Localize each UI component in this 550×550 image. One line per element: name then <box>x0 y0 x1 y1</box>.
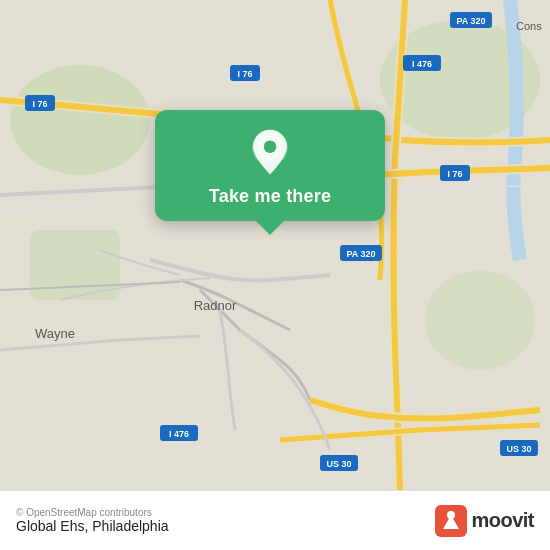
svg-text:PA 320: PA 320 <box>346 249 375 259</box>
svg-rect-5 <box>25 95 55 111</box>
copyright-text: © OpenStreetMap contributors <box>16 507 169 518</box>
map-container: I 76 I 76 I 476 PA 320 PA 320 I 76 I 476 <box>0 0 550 490</box>
moovit-logo-icon <box>435 505 467 537</box>
svg-text:Radnor: Radnor <box>194 298 237 313</box>
svg-rect-13 <box>340 245 382 261</box>
svg-text:US 30: US 30 <box>326 459 351 469</box>
svg-rect-17 <box>160 425 198 441</box>
svg-rect-0 <box>0 0 550 490</box>
location-pin-icon <box>245 128 295 178</box>
svg-text:I 476: I 476 <box>412 59 432 69</box>
take-me-there-button[interactable]: Take me there <box>209 186 331 207</box>
svg-point-3 <box>425 270 535 370</box>
svg-text:I 476: I 476 <box>169 429 189 439</box>
moovit-text: moovit <box>471 509 534 532</box>
moovit-logo: moovit <box>435 505 534 537</box>
svg-rect-19 <box>320 455 358 471</box>
svg-text:I 76: I 76 <box>237 69 252 79</box>
location-name: Global Ehs, Philadelphia <box>16 518 169 534</box>
svg-text:US 30: US 30 <box>506 444 531 454</box>
svg-text:I 76: I 76 <box>32 99 47 109</box>
bottom-left-info: © OpenStreetMap contributors Global Ehs,… <box>16 507 169 534</box>
svg-rect-15 <box>440 165 470 181</box>
svg-text:Cons: Cons <box>516 20 542 32</box>
svg-text:I 76: I 76 <box>447 169 462 179</box>
svg-text:Wayne: Wayne <box>35 326 75 341</box>
svg-rect-11 <box>450 12 492 28</box>
bottom-bar: © OpenStreetMap contributors Global Ehs,… <box>0 490 550 550</box>
svg-rect-9 <box>403 55 441 71</box>
svg-point-1 <box>10 65 150 175</box>
svg-point-28 <box>264 141 277 154</box>
svg-point-2 <box>380 20 540 140</box>
popup-card: Take me there <box>155 110 385 221</box>
svg-point-30 <box>447 511 455 519</box>
svg-rect-21 <box>500 440 538 456</box>
svg-rect-7 <box>230 65 260 81</box>
svg-rect-4 <box>30 230 120 300</box>
svg-text:PA 320: PA 320 <box>456 16 485 26</box>
